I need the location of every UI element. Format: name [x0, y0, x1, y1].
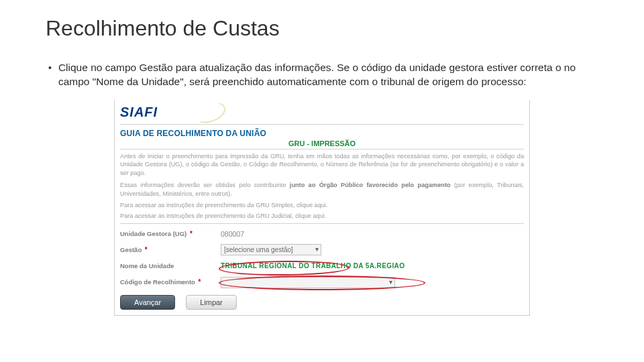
label-codigo: Código de Recolhimento * [120, 278, 221, 286]
access1-text: Para acessar as instruções de preenchime… [120, 202, 327, 208]
gru-subheading: GRU - IMPRESSÃO [120, 139, 524, 147]
intro-paragraph-1: Antes de iniciar o preenchimento para im… [120, 152, 524, 177]
gru-form: Unidade Gestora (UG) * 080007 Gestão * [… [120, 227, 524, 310]
required-star: * [190, 230, 193, 237]
row-ug: Unidade Gestora (UG) * 080007 [120, 227, 524, 241]
guia-heading: GUIA DE RECOLHIMENTO DA UNIÃO [120, 129, 524, 138]
access-line-1: Para acessar as instruções de preenchime… [120, 202, 524, 208]
gestao-select[interactable]: [selecione uma gestão] [221, 244, 321, 255]
divider [120, 223, 524, 224]
value-gestao-wrap: [selecione uma gestão] [221, 244, 321, 255]
required-star: * [199, 278, 201, 286]
intro2b: junto ao Órgão Público favorecido pelo p… [290, 182, 451, 188]
intro-paragraph-2: Essas informações deverão ser obtidas pe… [120, 181, 524, 198]
label-gestao-text: Gestão [120, 246, 142, 253]
label-nome: Nome da Unidade [120, 262, 221, 269]
page-title: Recolhimento de Custas [0, 0, 644, 41]
slide: Recolhimento de Custas • Clique no campo… [0, 0, 644, 362]
access2-text: Para acessar as instruções de preenchime… [120, 213, 326, 219]
value-ug[interactable]: 080007 [221, 230, 244, 238]
divider [120, 124, 524, 125]
required-star: * [145, 246, 148, 253]
siafi-logo: SIAFI [120, 105, 158, 120]
divider [120, 149, 524, 149]
bullet-item: • Clique no campo Gestão para atualizaçã… [48, 61, 597, 89]
value-codigo-wrap [221, 276, 395, 288]
siafi-panel: SIAFI GUIA DE RECOLHIMENTO DA UNIÃO GRU … [114, 100, 530, 316]
limpar-button[interactable]: Limpar [186, 295, 237, 310]
value-nome: TRIBUNAL REGIONAL DO TRABALHO DA 5A.REGI… [221, 262, 405, 269]
row-nome: Nome da Unidade TRIBUNAL REGIONAL DO TRA… [120, 259, 524, 274]
logo-swirl [191, 103, 231, 122]
gestao-select-text: [selecione uma gestão] [224, 246, 293, 253]
bullet-dot: • [48, 61, 52, 89]
access-line-2: Para acessar as instruções de preenchime… [120, 213, 524, 219]
label-gestao: Gestão * [120, 246, 221, 253]
codigo-select[interactable] [221, 277, 395, 288]
row-codigo: Código de Recolhimento * [120, 275, 524, 290]
row-gestao: Gestão * [selecione uma gestão] [120, 243, 524, 257]
button-row: Avançar Limpar [120, 295, 524, 310]
label-ug: Unidade Gestora (UG) * [120, 230, 221, 237]
intro2a: Essas informações deverão ser obtidas pe… [120, 182, 290, 188]
logo-row: SIAFI [120, 103, 524, 123]
bullet-text: Clique no campo Gestão para atualização … [58, 61, 597, 89]
label-ug-text: Unidade Gestora (UG) [120, 230, 186, 237]
label-codigo-text: Código de Recolhimento [120, 278, 195, 286]
bullet-list: • Clique no campo Gestão para atualizaçã… [0, 41, 644, 96]
avancar-button[interactable]: Avançar [120, 295, 175, 310]
